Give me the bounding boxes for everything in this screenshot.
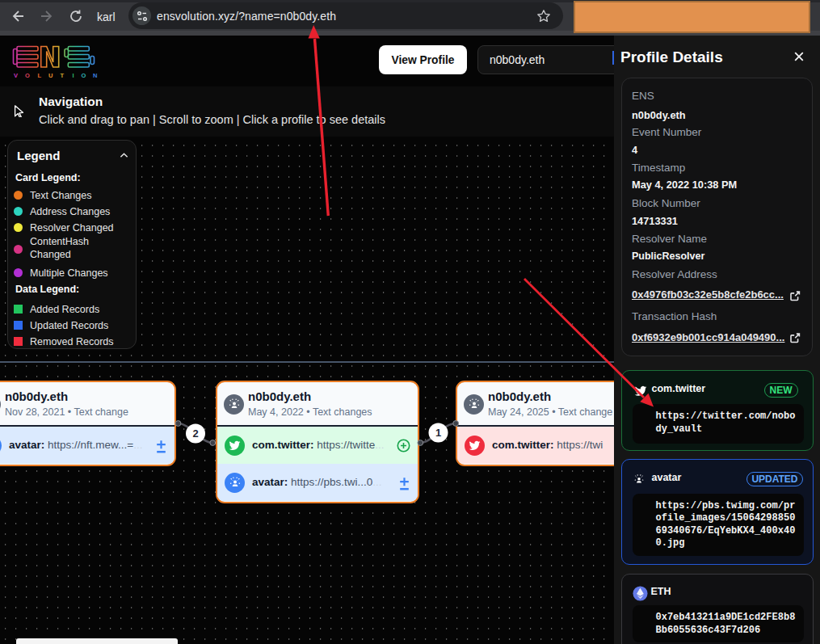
svg-text:L: L	[38, 72, 42, 79]
svg-text:U: U	[48, 72, 53, 79]
svg-text:1: 1	[435, 427, 441, 439]
svg-text:I: I	[73, 72, 74, 79]
svg-text:N: N	[93, 72, 97, 79]
svg-text:V: V	[14, 72, 18, 79]
svg-text:2: 2	[192, 427, 198, 440]
svg-text:T: T	[61, 72, 65, 79]
svg-text:O: O	[25, 72, 30, 79]
svg-text:O: O	[82, 72, 86, 79]
